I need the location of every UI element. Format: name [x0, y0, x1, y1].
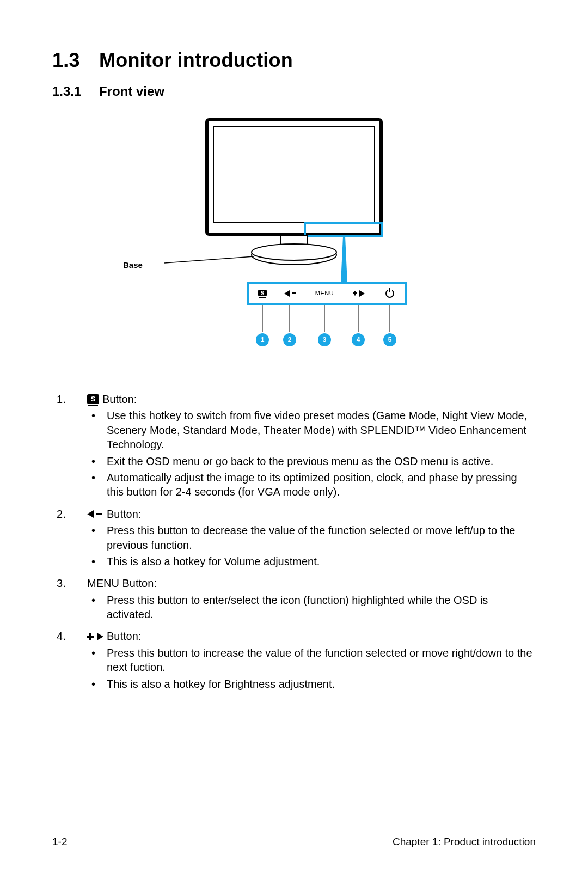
item-heading: Button:: [87, 629, 536, 643]
svg-rect-34: [96, 513, 102, 515]
section-heading: 1.3Monitor introduction: [52, 49, 536, 72]
item-label: Button:: [107, 629, 141, 643]
svg-text:2: 2: [288, 336, 292, 344]
item-label: MENU Button:: [87, 576, 157, 590]
svg-rect-0: [207, 120, 381, 234]
svg-marker-33: [87, 510, 94, 518]
list-item: MENU Button: Press this button to enter/…: [52, 576, 536, 621]
subsection-number: 1.3.1: [52, 84, 99, 99]
svg-text:4: 4: [357, 336, 360, 344]
bullet: This is also a hotkey for Volume adjustm…: [87, 554, 536, 569]
svg-rect-12: [354, 291, 356, 296]
svg-rect-8: [259, 297, 266, 298]
callout-5: 5: [383, 333, 396, 346]
section-number: 1.3: [52, 49, 99, 72]
svg-rect-36: [89, 633, 91, 640]
bullet: Use this hotkey to switch from five vide…: [87, 408, 536, 451]
section-title: Monitor introduction: [99, 49, 293, 71]
bullet: Exit the OSD menu or go back to the prev…: [87, 454, 536, 468]
subsection-heading: 1.3.1Front view: [52, 84, 536, 99]
bullet: Automatically adjust the image to its op…: [87, 471, 536, 499]
bullet: Press this button to decrease the value …: [87, 523, 536, 552]
item-heading: Button:: [87, 507, 536, 521]
svg-rect-1: [213, 126, 375, 222]
list-item: S Button: Use this hotkey to switch from…: [52, 392, 536, 499]
menu-label-icon: MENU: [315, 290, 334, 296]
list-item: Button: Press this button to decrease th…: [52, 507, 536, 569]
s-button-icon: S: [87, 394, 99, 404]
svg-point-4: [252, 244, 336, 260]
svg-text:5: 5: [388, 336, 392, 344]
plus-right-icon: [87, 632, 103, 641]
callout-1: 1: [256, 333, 269, 346]
page-footer: 1-2 Chapter 1: Product introduction: [52, 828, 536, 848]
bullet: Press this button to enter/select the ic…: [87, 593, 536, 622]
subsection-title: Front view: [99, 84, 164, 99]
page-number: 1-2: [52, 836, 67, 848]
callout-3: 3: [318, 333, 331, 346]
svg-marker-37: [97, 633, 103, 640]
bullet: This is also a hotkey for Brightness adj…: [87, 677, 536, 691]
chapter-title: Chapter 1: Product introduction: [393, 836, 536, 848]
footer-divider: [52, 828, 536, 828]
callout-2: 2: [283, 333, 296, 346]
item-heading: MENU Button:: [87, 576, 536, 590]
front-view-diagram: Base S: [52, 114, 536, 376]
list-item: Button: Press this button to increase th…: [52, 629, 536, 691]
svg-text:1: 1: [261, 336, 265, 344]
svg-text:3: 3: [323, 336, 327, 344]
svg-line-5: [164, 256, 254, 263]
svg-rect-10: [292, 292, 296, 294]
left-minus-icon: [87, 510, 103, 518]
base-label: Base: [123, 260, 143, 270]
callout-pointer-icon: [341, 236, 347, 283]
svg-text:S: S: [261, 290, 265, 296]
item-label: Button:: [102, 392, 137, 406]
monitor-illustration: S MENU: [142, 114, 446, 370]
item-heading: S Button:: [87, 392, 536, 406]
button-description-list: S Button: Use this hotkey to switch from…: [52, 392, 536, 691]
bullet: Press this button to increase the value …: [87, 646, 536, 675]
svg-rect-17: [389, 288, 390, 292]
callout-4: 4: [352, 333, 365, 346]
page: 1.3Monitor introduction 1.3.1Front view …: [0, 0, 588, 886]
item-label: Button:: [107, 507, 141, 521]
